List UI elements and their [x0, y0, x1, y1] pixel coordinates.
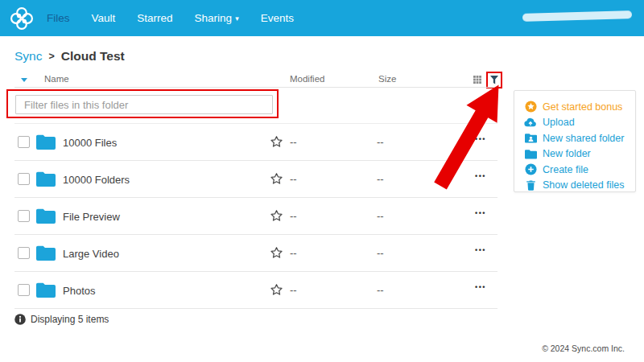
- row-checkbox[interactable]: [18, 247, 30, 259]
- action-new-shared-folder[interactable]: New shared folder: [524, 130, 635, 146]
- star-icon[interactable]: [270, 209, 283, 223]
- breadcrumb-separator-icon: >: [48, 51, 54, 62]
- table-row[interactable]: 10000 Folders -- -- •••: [14, 161, 497, 198]
- more-options-icon[interactable]: •••: [475, 209, 486, 217]
- modified-value: --: [290, 247, 297, 259]
- plus-circle-icon: [524, 163, 537, 175]
- cloud-upload-icon: [524, 117, 537, 127]
- nav-starred[interactable]: Starred: [137, 12, 172, 24]
- item-count-text: Displaying 5 items: [31, 314, 109, 325]
- filter-icon-highlight-box: [486, 72, 502, 88]
- info-icon: [14, 314, 26, 325]
- nav-sharing[interactable]: Sharing▾: [195, 12, 239, 24]
- action-upload[interactable]: Upload: [524, 115, 635, 131]
- row-checkbox[interactable]: [18, 136, 30, 148]
- action-get-started-bonus[interactable]: Get started bonus: [524, 99, 635, 115]
- file-name[interactable]: 10000 Files: [63, 137, 117, 149]
- row-checkbox[interactable]: [18, 173, 30, 185]
- column-header-modified[interactable]: Modified: [290, 74, 324, 84]
- sort-caret-icon[interactable]: [21, 78, 27, 82]
- shared-folder-icon: [524, 133, 537, 143]
- action-show-deleted-files[interactable]: Show deleted files: [524, 178, 635, 194]
- file-name[interactable]: Large Video: [63, 248, 119, 260]
- size-value: --: [377, 247, 384, 259]
- size-value: --: [377, 136, 384, 148]
- folder-icon: [36, 171, 56, 187]
- table-row[interactable]: 10000 Files -- -- •••: [14, 124, 497, 161]
- filter-icon[interactable]: [490, 76, 498, 84]
- action-label: Get started bonus: [543, 101, 622, 113]
- copyright-text: © 2024 Sync.com Inc.: [542, 343, 625, 353]
- grid-view-icon[interactable]: [473, 76, 481, 84]
- star-icon[interactable]: [270, 246, 283, 260]
- column-header-size[interactable]: Size: [378, 74, 396, 84]
- nav-sharing-label: Sharing: [195, 12, 233, 24]
- more-options-icon[interactable]: •••: [475, 135, 486, 143]
- size-value: --: [377, 284, 384, 296]
- filter-input[interactable]: [15, 95, 273, 114]
- star-icon[interactable]: [270, 135, 283, 149]
- file-name[interactable]: File Preview: [63, 211, 120, 223]
- column-header-name[interactable]: Name: [44, 74, 69, 84]
- size-value: --: [377, 210, 384, 222]
- row-checkbox[interactable]: [18, 210, 30, 222]
- status-bar: Displaying 5 items: [14, 314, 109, 325]
- account-email-redacted: [522, 10, 632, 22]
- table-row[interactable]: Large Video -- -- •••: [14, 235, 497, 272]
- filter-input-highlight-box: [6, 89, 279, 118]
- star-icon[interactable]: [270, 172, 283, 186]
- action-new-folder[interactable]: New folder: [524, 146, 635, 162]
- trash-icon: [524, 180, 537, 191]
- folder-icon: [36, 282, 56, 298]
- header-divider: [14, 87, 497, 88]
- action-create-file[interactable]: Create file: [524, 162, 635, 178]
- file-name[interactable]: 10000 Folders: [63, 174, 130, 186]
- sync-logo-icon[interactable]: [10, 6, 34, 31]
- folder-icon: [36, 208, 56, 224]
- file-list: 10000 Files -- -- ••• 10000 Folders -- -…: [14, 123, 497, 309]
- top-navbar: Files Vault Starred Sharing▾ Events: [0, 0, 644, 36]
- breadcrumb-root-link[interactable]: Sync: [14, 49, 42, 64]
- action-label: New shared folder: [543, 133, 624, 144]
- modified-value: --: [290, 136, 297, 148]
- chevron-down-icon: ▾: [235, 14, 239, 23]
- actions-panel: Get started bonus Upload New shared fold…: [514, 90, 636, 192]
- row-checkbox[interactable]: [18, 284, 30, 296]
- breadcrumb-current-folder: Cloud Test: [61, 49, 125, 64]
- nav-events[interactable]: Events: [261, 12, 294, 24]
- action-label: Create file: [543, 164, 588, 175]
- folder-icon: [36, 134, 56, 150]
- modified-value: --: [290, 173, 297, 185]
- table-row[interactable]: Photos -- -- •••: [14, 272, 497, 309]
- folder-icon: [36, 245, 56, 261]
- action-label: Upload: [543, 117, 575, 128]
- nav-files[interactable]: Files: [47, 12, 70, 24]
- more-options-icon[interactable]: •••: [475, 283, 486, 291]
- more-options-icon[interactable]: •••: [475, 172, 486, 180]
- size-value: --: [377, 173, 384, 185]
- table-row[interactable]: File Preview -- -- •••: [14, 198, 497, 235]
- modified-value: --: [290, 284, 297, 296]
- action-label: New folder: [543, 148, 591, 159]
- star-badge-icon: [524, 101, 537, 113]
- more-options-icon[interactable]: •••: [475, 246, 486, 254]
- folder-icon: [524, 149, 537, 159]
- action-label: Show deleted files: [543, 179, 624, 191]
- breadcrumb: Sync > Cloud Test: [14, 49, 125, 64]
- modified-value: --: [290, 210, 297, 222]
- main-nav: Files Vault Starred Sharing▾ Events: [47, 12, 294, 24]
- nav-vault[interactable]: Vault: [92, 12, 116, 24]
- star-icon[interactable]: [270, 283, 283, 297]
- file-name[interactable]: Photos: [63, 285, 95, 297]
